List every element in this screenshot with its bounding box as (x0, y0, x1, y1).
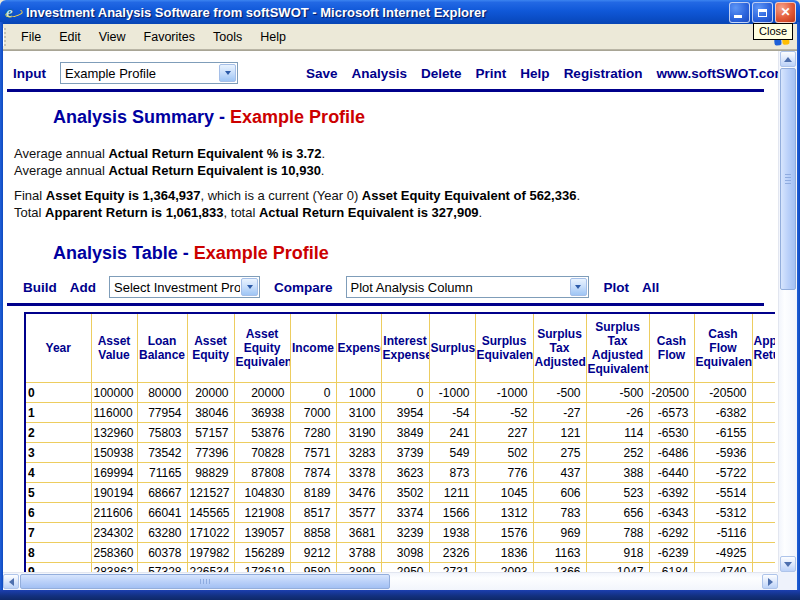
page-content-frame: Input Example Profile SaveAnalysisDelete… (3, 50, 797, 590)
column-header: Expense (336, 313, 381, 383)
column-header: Year (25, 313, 91, 383)
table-body: 0100000800002000020000010000-1000-1000-5… (25, 383, 775, 573)
table-row: 8258360603781979821562899212378830982326… (25, 543, 775, 563)
build-link[interactable]: Build (23, 280, 57, 295)
toolbar-link[interactable]: Delete (421, 66, 462, 81)
analysis-table-heading: Analysis Table - Example Profile (53, 243, 329, 264)
arrow-right-icon (768, 578, 773, 586)
scrollbar-corner (778, 572, 797, 590)
menu-item[interactable]: Favorites (135, 27, 204, 47)
plot-column-select[interactable]: Plot Analysis Column (346, 276, 589, 298)
summary-line-1: Average annual Actual Return Equivalent … (14, 145, 325, 162)
divider-rule (7, 89, 764, 92)
table-row: 4169994711659882987808787433783623873776… (25, 463, 775, 483)
horizontal-scrollbar[interactable] (3, 572, 778, 590)
column-header: Income (290, 313, 336, 383)
column-header: Asset Equity (187, 313, 234, 383)
profile-select-value: Example Profile (65, 66, 218, 81)
summary-paragraph-2: Final Asset Equity is 1,364,937, which i… (14, 187, 580, 221)
restore-button[interactable] (752, 2, 773, 23)
compare-link[interactable]: Compare (274, 280, 333, 295)
table-row: 2132960758035715753876728031903849241227… (25, 423, 775, 443)
profile-select[interactable]: Example Profile (60, 62, 238, 84)
title-bar: e Investment Analysis Software from soft… (0, 0, 800, 24)
close-tooltip: Close (753, 23, 793, 40)
scroll-down-button[interactable] (780, 556, 796, 572)
column-header: Cash Flow (649, 313, 694, 383)
table-row: 6211606660411455651219088517357733741566… (25, 503, 775, 523)
summary-paragraph-1: Average annual Actual Return Equivalent … (14, 145, 325, 179)
toolbar-link[interactable]: Registration (564, 66, 643, 81)
menu-bar: FileEditViewFavoritesToolsHelp (0, 24, 800, 50)
close-icon: ✕ (780, 6, 790, 18)
vertical-scrollbar-thumb[interactable] (780, 68, 796, 290)
window-title: Investment Analysis Software from softSW… (26, 5, 725, 20)
arrow-up-icon (784, 57, 792, 62)
scroll-up-button[interactable] (780, 51, 796, 67)
all-link[interactable]: All (642, 280, 659, 295)
toolbar-link[interactable]: Print (476, 66, 507, 81)
menu-grip-handle[interactable] (3, 28, 6, 46)
investment-profile-select[interactable]: Select Investment Profile (109, 276, 260, 298)
minimize-button[interactable] (729, 2, 750, 23)
column-header: Interest Expense (381, 313, 429, 383)
summary-line-2: Average annual Actual Return Equivalent … (14, 162, 325, 179)
input-link[interactable]: Input (13, 66, 46, 81)
plot-column-select-value: Plot Analysis Column (351, 280, 569, 295)
vertical-scrollbar[interactable] (778, 51, 797, 572)
column-header: Apparent Return (752, 313, 775, 383)
dropdown-arrow-icon[interactable] (570, 278, 587, 296)
window-border-bottom (0, 590, 800, 600)
column-header: Asset Equity Equivalent (234, 313, 290, 383)
column-header: Surplus (429, 313, 475, 383)
table-row: 3150938735427739670828757132833739549502… (25, 443, 775, 463)
menu-item[interactable]: Tools (204, 27, 251, 47)
summary-line-3: Final Asset Equity is 1,364,937, which i… (14, 187, 580, 204)
column-header: Cash Flow Equivalent (694, 313, 752, 383)
column-header: Surplus Equivalent (475, 313, 533, 383)
table-row: 5190194686671215271048308189347635021211… (25, 483, 775, 503)
dropdown-arrow-icon[interactable] (241, 278, 258, 296)
column-header: Surplus Tax Adjusted Equivalent (586, 313, 649, 383)
toolbar-link[interactable]: Help (520, 66, 549, 81)
internet-explorer-icon: e (6, 4, 22, 20)
divider-rule (7, 303, 764, 306)
column-header: Asset Value (91, 313, 137, 383)
add-link[interactable]: Add (70, 280, 96, 295)
analysis-summary-heading: Analysis Summary - Example Profile (53, 107, 365, 128)
scroll-right-button[interactable] (762, 574, 778, 589)
app-toolbar: Input Example Profile SaveAnalysisDelete… (13, 61, 778, 85)
menu-item[interactable]: Edit (50, 27, 90, 47)
table-controls: Build Add Select Investment Profile Comp… (23, 275, 672, 299)
arrow-left-icon (9, 578, 14, 586)
table-row: 7234302632801710221390578858368132391938… (25, 523, 775, 543)
menu-item[interactable]: View (90, 27, 135, 47)
investment-profile-select-value: Select Investment Profile (114, 280, 240, 295)
summary-line-4: Total Apparent Return is 1,061,833, tota… (14, 204, 580, 221)
toolbar-link[interactable]: www.softSWOT.com (656, 66, 778, 81)
toolbar-link[interactable]: Analysis (352, 66, 408, 81)
analysis-table: YearAsset ValueLoan BalanceAsset EquityA… (24, 312, 775, 572)
plot-link[interactable]: Plot (604, 280, 630, 295)
page-viewport: Input Example Profile SaveAnalysisDelete… (3, 51, 778, 572)
window-border-left (0, 22, 3, 600)
table-row: 1116000779543804636938700031003954-54-52… (25, 403, 775, 423)
analysis-table-container: YearAsset ValueLoan BalanceAsset EquityA… (24, 312, 775, 572)
horizontal-scrollbar-thumb[interactable] (20, 574, 390, 589)
table-row: 9283862573282265341736199580389929502731… (25, 563, 775, 573)
toolbar-link[interactable]: Save (306, 66, 338, 81)
table-header: YearAsset ValueLoan BalanceAsset EquityA… (25, 313, 775, 383)
scroll-left-button[interactable] (3, 574, 19, 589)
menu-item[interactable]: Help (251, 27, 295, 47)
restore-icon (758, 9, 767, 17)
menu-item[interactable]: File (12, 27, 50, 47)
arrow-down-icon (784, 562, 792, 567)
table-row: 0100000800002000020000010000-1000-1000-5… (25, 383, 775, 403)
column-header: Surplus Tax Adjusted (533, 313, 586, 383)
dropdown-arrow-icon[interactable] (219, 64, 236, 82)
minimize-icon (734, 15, 742, 18)
browser-window: e Investment Analysis Software from soft… (0, 0, 800, 600)
column-header: Loan Balance (137, 313, 187, 383)
close-button[interactable]: ✕ (775, 2, 796, 23)
